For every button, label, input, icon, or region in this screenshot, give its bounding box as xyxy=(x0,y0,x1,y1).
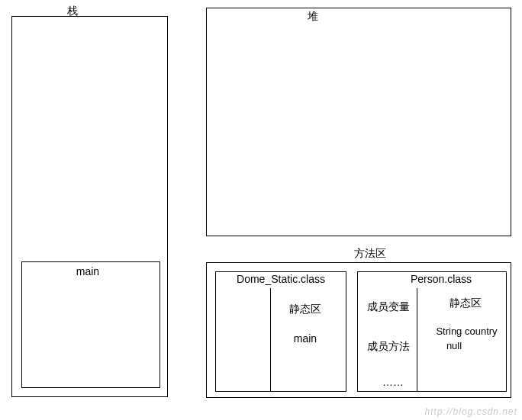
person-divider xyxy=(417,288,417,392)
dome-main-label: main xyxy=(286,332,324,345)
stack-main-box xyxy=(21,261,160,388)
person-static-label: 静态区 xyxy=(443,297,488,310)
person-members-label: 成员变量 xyxy=(362,300,415,314)
method-area-title: 方法区 xyxy=(343,247,397,261)
dome-class-box xyxy=(215,271,346,392)
heap-box xyxy=(206,8,511,236)
watermark: http://blog.csdn.net xyxy=(425,406,517,417)
person-ellipsis: …… xyxy=(374,376,412,388)
dome-static-label: 静态区 xyxy=(279,303,332,316)
person-field-type: String country xyxy=(423,325,511,337)
person-class-title: Person.class xyxy=(395,273,487,285)
stack-main-label: main xyxy=(65,265,111,277)
person-field-value: null xyxy=(435,340,473,351)
dome-divider xyxy=(270,288,271,392)
person-methods-label: 成员方法 xyxy=(362,340,415,354)
dome-class-title: Dome_Static.class xyxy=(221,273,341,285)
